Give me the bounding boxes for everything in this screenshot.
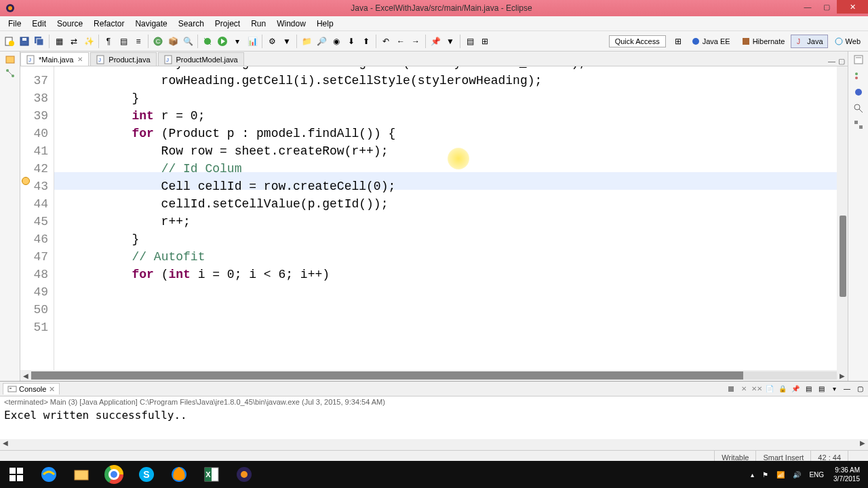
- remove-launch-button[interactable]: ✕: [738, 384, 749, 394]
- console-close-icon[interactable]: ✕: [49, 385, 55, 394]
- back-button[interactable]: ←: [394, 35, 408, 48]
- search-button[interactable]: 🔎: [315, 35, 328, 48]
- menu-file[interactable]: File: [3, 18, 26, 30]
- pin-console-button[interactable]: 📌: [790, 384, 801, 394]
- package-explorer-icon[interactable]: [5, 54, 16, 65]
- forward-button[interactable]: →: [409, 35, 422, 48]
- scrollbar-thumb[interactable]: [840, 216, 846, 297]
- prev-annotation-button[interactable]: ⬆: [359, 35, 373, 48]
- console-scroll-right[interactable]: ▶: [857, 439, 868, 450]
- open-persp-button[interactable]: ⊞: [478, 35, 492, 48]
- perspective-java[interactable]: JJava: [791, 35, 827, 48]
- open-task-button[interactable]: 📁: [300, 35, 313, 48]
- taskbar-eclipse[interactable]: [228, 461, 260, 488]
- tray-action-center-icon[interactable]: ⚑: [758, 471, 772, 479]
- tray-clock[interactable]: 9:36 AM 3/7/2015: [828, 466, 865, 483]
- menu-refactor[interactable]: Refactor: [88, 18, 130, 30]
- toggle-breadcrumb-button[interactable]: ▦: [52, 35, 66, 48]
- save-all-button[interactable]: [33, 35, 46, 48]
- annotation-button[interactable]: ◉: [330, 35, 343, 48]
- wand-button[interactable]: ✨: [82, 35, 96, 48]
- clear-console-button[interactable]: 📄: [764, 384, 775, 394]
- new-package-button[interactable]: 📦: [166, 35, 180, 48]
- horizontal-scrollbar[interactable]: ◀ ▶: [20, 370, 848, 381]
- next-annotation-button[interactable]: ⬇: [344, 35, 358, 48]
- hscroll-thumb[interactable]: [31, 371, 743, 380]
- show-whitespace-button[interactable]: ¶: [102, 35, 115, 48]
- tab-close-icon[interactable]: ✕: [77, 56, 83, 63]
- search-view-icon[interactable]: [853, 103, 864, 114]
- console-tab[interactable]: Console ✕: [3, 383, 60, 394]
- minimize-console-icon[interactable]: —: [842, 384, 852, 394]
- scroll-left-icon[interactable]: ◀: [20, 372, 31, 380]
- menu-window[interactable]: Window: [271, 18, 311, 30]
- tray-network-icon[interactable]: 📶: [772, 471, 789, 479]
- new-server-button[interactable]: ⚙: [265, 35, 279, 48]
- open-perspective-button[interactable]: ⊞: [671, 35, 685, 48]
- open-console-button[interactable]: ▤: [816, 384, 827, 394]
- scroll-right-icon[interactable]: ▶: [837, 372, 848, 380]
- tab-productmodel-java[interactable]: J ProductModel.java: [158, 52, 244, 66]
- breakpoints-icon[interactable]: [853, 87, 864, 98]
- debug-button[interactable]: [201, 35, 214, 48]
- tab-product-java[interactable]: J Product.java: [90, 52, 156, 66]
- start-button[interactable]: [0, 461, 33, 488]
- tray-volume-icon[interactable]: 🔊: [789, 471, 805, 479]
- hierarchy-icon[interactable]: [5, 68, 16, 79]
- code-editor[interactable]: 36373839404142434445464748495051 styleHe…: [20, 66, 848, 370]
- block-selection-button[interactable]: ▤: [117, 35, 130, 48]
- perspective-hibernate[interactable]: Hibernate: [736, 35, 790, 48]
- code-body[interactable]: styleHeading.setVerticalAlignment(CellSt…: [54, 66, 837, 370]
- taskbar-skype[interactable]: S: [130, 461, 163, 488]
- last-edit-button[interactable]: ↶: [379, 35, 393, 48]
- menu-help[interactable]: Help: [311, 18, 339, 30]
- new-console-button[interactable]: ▾: [829, 384, 840, 394]
- taskbar-explorer[interactable]: [65, 461, 98, 488]
- task-list-icon[interactable]: [853, 54, 864, 65]
- maximize-button[interactable]: ▢: [818, 0, 835, 14]
- menu-source[interactable]: Source: [52, 18, 88, 30]
- remove-all-button[interactable]: ✕✕: [751, 384, 762, 394]
- taskbar-excel[interactable]: X: [195, 461, 228, 488]
- open-type-button[interactable]: 🔍: [181, 35, 195, 48]
- menu-project[interactable]: Project: [210, 18, 245, 30]
- mark-occurrences-button[interactable]: ≡: [132, 35, 145, 48]
- maximize-console-icon[interactable]: ▢: [854, 384, 865, 394]
- outline-icon[interactable]: [853, 70, 864, 81]
- vertical-scrollbar[interactable]: [837, 66, 848, 370]
- taskbar-ie[interactable]: [33, 461, 65, 488]
- menu-navigate[interactable]: Navigate: [130, 18, 172, 30]
- menu-edit[interactable]: Edit: [26, 18, 52, 30]
- close-button[interactable]: ✕: [837, 0, 868, 14]
- warning-annotation-icon[interactable]: [22, 177, 30, 185]
- hibernate-config-button[interactable]: ▼: [443, 35, 457, 48]
- run-last-button[interactable]: ▾: [231, 35, 244, 48]
- console-hscroll[interactable]: ◀ ▶: [0, 439, 868, 450]
- taskbar-chrome[interactable]: [98, 461, 130, 488]
- templates-icon[interactable]: [853, 119, 864, 130]
- link-editor-button[interactable]: ⇄: [67, 35, 81, 48]
- show-view-button[interactable]: ▤: [463, 35, 477, 48]
- console-output[interactable]: Excel written successfully..: [0, 407, 868, 439]
- terminate-button[interactable]: [726, 384, 736, 394]
- quick-access-field[interactable]: Quick Access: [609, 35, 666, 47]
- new-button[interactable]: [3, 35, 16, 48]
- tray-chevron-icon[interactable]: ▴: [747, 471, 758, 479]
- perspective-web[interactable]: Web: [829, 35, 865, 48]
- tray-language[interactable]: ENG: [805, 471, 828, 479]
- menu-search[interactable]: Search: [173, 18, 210, 30]
- coverage-button[interactable]: 📊: [245, 35, 259, 48]
- scroll-lock-button[interactable]: 🔒: [777, 384, 788, 394]
- menu-run[interactable]: Run: [245, 18, 271, 30]
- run-button[interactable]: [216, 35, 229, 48]
- tab-main-java[interactable]: J *Main.java ✕: [20, 52, 89, 66]
- display-console-button[interactable]: ▤: [803, 384, 814, 394]
- create-jpa-button[interactable]: ▼: [280, 35, 294, 48]
- taskbar-firefox[interactable]: [163, 461, 195, 488]
- pin-button[interactable]: 📌: [429, 35, 442, 48]
- minimize-button[interactable]: —: [799, 0, 816, 14]
- new-class-button[interactable]: C: [151, 35, 165, 48]
- perspective-javaee[interactable]: Java EE: [686, 35, 735, 48]
- save-button[interactable]: [18, 35, 31, 48]
- maximize-editor-icon[interactable]: ▢: [838, 57, 845, 66]
